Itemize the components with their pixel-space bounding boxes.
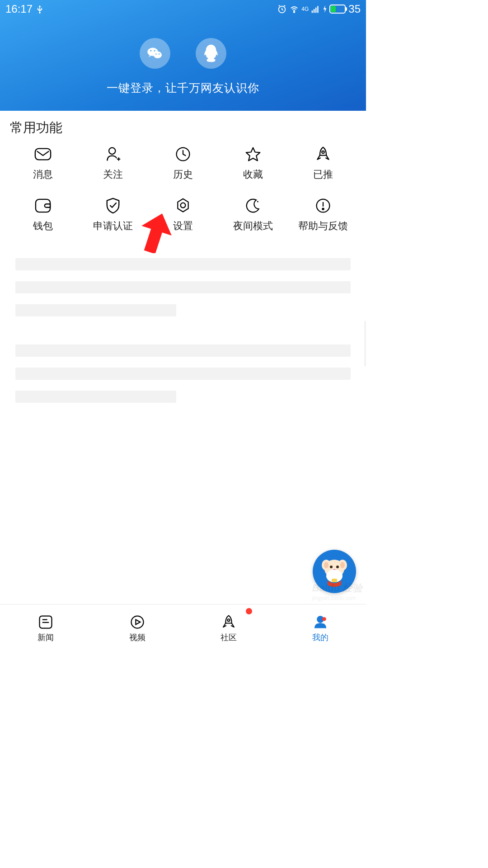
placeholder-line [15, 304, 176, 316]
placeholder-line [15, 281, 351, 293]
grid-item-verify[interactable]: 申请认证 [78, 197, 148, 233]
alarm-icon [277, 4, 287, 14]
shield-check-icon [105, 197, 121, 214]
svg-point-24 [324, 562, 328, 568]
grid-item-history[interactable]: 历史 [148, 145, 218, 181]
mascot-avatar-icon [316, 553, 352, 590]
person-add-icon [105, 146, 121, 162]
grid-item-messages[interactable]: 消息 [8, 145, 78, 181]
tab-label: 新闻 [38, 632, 54, 643]
svg-point-11 [159, 53, 160, 55]
login-prompt-text: 一键登录，让千万网友认识你 [107, 80, 259, 95]
placeholder-line [15, 391, 176, 403]
settings-icon [175, 197, 191, 214]
svg-rect-3 [314, 9, 315, 13]
svg-point-7 [154, 52, 162, 58]
tab-label: 我的 [312, 632, 328, 643]
grid-item-wallet[interactable]: 钱包 [8, 197, 78, 233]
scroll-indicator [364, 321, 366, 366]
network-4g-icon: 4G [301, 6, 309, 12]
grid-label: 历史 [173, 168, 193, 181]
svg-rect-4 [315, 8, 317, 13]
grid-label: 申请认证 [93, 219, 133, 233]
bottom-tab-bar: 新闻 视频 社区 我的 [0, 604, 366, 651]
grid-item-follow[interactable]: 关注 [78, 145, 148, 181]
video-icon [129, 614, 145, 630]
mascot-fab[interactable] [313, 550, 356, 593]
content-placeholder [0, 233, 366, 403]
community-icon [221, 614, 236, 630]
placeholder-line [15, 368, 351, 380]
status-left: 16:17 [5, 3, 43, 15]
status-time: 16:17 [5, 3, 33, 15]
svg-point-35 [322, 617, 326, 621]
rocket-icon [315, 146, 331, 163]
svg-point-33 [228, 619, 230, 621]
svg-point-9 [154, 50, 155, 52]
grid-label: 夜间模式 [233, 219, 273, 233]
svg-point-17 [181, 203, 186, 208]
svg-point-25 [340, 562, 345, 568]
placeholder-line [15, 344, 351, 357]
svg-rect-5 [317, 6, 319, 13]
wifi-icon [289, 4, 300, 14]
svg-point-8 [150, 50, 151, 52]
clock-icon [175, 146, 191, 162]
tab-label: 视频 [129, 632, 145, 643]
svg-rect-12 [35, 149, 51, 160]
placeholder-line [15, 258, 351, 270]
profile-icon [313, 614, 328, 630]
notification-badge [246, 608, 252, 614]
svg-rect-2 [312, 10, 313, 13]
qq-login-button[interactable] [196, 38, 226, 69]
svg-point-26 [330, 566, 333, 568]
svg-point-19 [322, 208, 324, 210]
moon-icon [245, 198, 261, 214]
annotation-arrow-icon [140, 212, 172, 253]
status-bar: 16:17 4G 35 [0, 0, 366, 18]
grid-label: 钱包 [33, 219, 53, 233]
svg-point-10 [155, 53, 157, 55]
signal-icon [310, 5, 320, 14]
grid-item-favorites[interactable]: 收藏 [218, 145, 288, 181]
wechat-icon [146, 44, 164, 62]
svg-rect-16 [36, 199, 50, 212]
star-icon [244, 146, 262, 162]
tab-video[interactable]: 视频 [92, 604, 183, 651]
grid-item-pushed[interactable]: 已推 [288, 145, 358, 181]
tab-mine[interactable]: 我的 [275, 604, 366, 651]
envelope-icon [34, 147, 52, 161]
alert-circle-icon [315, 198, 331, 214]
grid-item-help[interactable]: 帮助与反馈 [288, 197, 358, 233]
grid-label: 消息 [33, 168, 53, 181]
svg-point-32 [131, 616, 143, 628]
feature-grid: 消息 关注 历史 收藏 已推 钱包 申请认证 设置 夜间模式 帮助与反馈 [0, 141, 366, 233]
battery-icon [329, 5, 346, 14]
tab-label: 社区 [221, 632, 237, 643]
svg-point-27 [336, 566, 339, 568]
grid-label: 收藏 [243, 168, 263, 181]
battery-percent: 35 [348, 3, 361, 15]
grid-label: 关注 [103, 168, 123, 181]
svg-point-13 [109, 148, 115, 154]
section-title: 常用功能 [0, 111, 366, 141]
qq-icon [202, 43, 220, 64]
tab-news[interactable]: 新闻 [0, 604, 92, 651]
tab-community[interactable]: 社区 [183, 604, 275, 651]
news-icon [38, 614, 54, 630]
login-options [140, 38, 226, 69]
svg-rect-30 [332, 579, 337, 582]
usb-icon [36, 5, 43, 14]
svg-point-1 [294, 11, 295, 13]
grid-item-night-mode[interactable]: 夜间模式 [218, 197, 288, 233]
grid-label: 已推 [313, 168, 333, 181]
grid-label: 帮助与反馈 [298, 219, 348, 233]
charging-icon [322, 5, 328, 14]
status-right: 4G 35 [277, 3, 361, 15]
wallet-icon [34, 198, 52, 213]
svg-point-15 [322, 151, 324, 153]
wechat-login-button[interactable] [140, 38, 170, 69]
grid-label: 设置 [173, 219, 193, 233]
